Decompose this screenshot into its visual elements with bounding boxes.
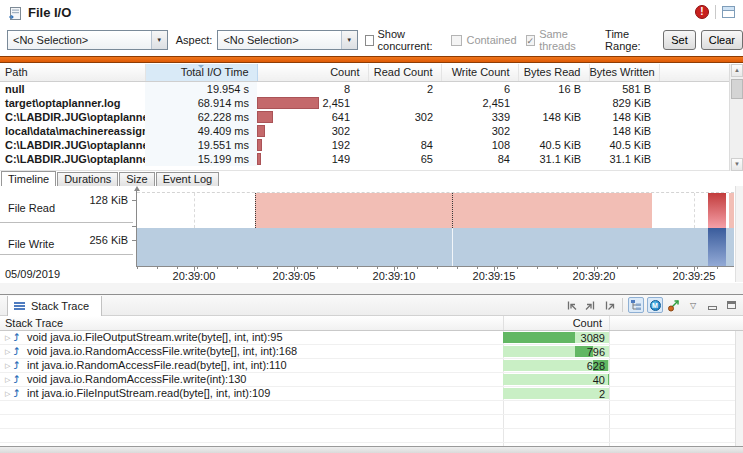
column-header-bytes-read[interactable]: Bytes Read [518, 64, 589, 81]
checkbox-group: Show concurrent:Contained✓Same threads [365, 28, 599, 52]
table-header-row: Path Total I/O Time Count Read Count Wri… [0, 64, 729, 81]
selection-dropdown[interactable]: <No Selection> ▼ [7, 30, 168, 50]
table-row[interactable]: C:\LABDIR.JUG\optaplanner\tar...62.228 m… [0, 110, 729, 124]
stack-list-icon [14, 301, 25, 311]
clear-button[interactable]: Clear [701, 30, 743, 50]
chevron-down-icon[interactable]: ▼ [341, 31, 357, 49]
stack-trace-row[interactable]: ▷⤴void java.io.FileOutputStream.write(by… [0, 331, 743, 345]
scroll-down-icon[interactable]: ▼ [731, 158, 743, 171]
table-row[interactable]: C:\LABDIR.JUG\optaplanner\tar...15.199 m… [0, 152, 729, 166]
stack-trace-row[interactable]: ▷⤴int java.io.RandomAccessFile.read(byte… [0, 359, 743, 373]
file-read-area-segment [729, 193, 734, 228]
scrollbar-thumb[interactable] [731, 79, 743, 99]
titlebar-separator [715, 5, 716, 19]
file-io-table: Path Total I/O Time Count Read Count Wri… [0, 64, 729, 171]
count-bar [257, 153, 261, 165]
x-tick-label: 20:39:15 [473, 270, 516, 282]
column-header-read-count[interactable]: Read Count [368, 64, 441, 81]
time-range-label: Time Range: [605, 28, 658, 52]
expander-icon[interactable]: ▷ [5, 373, 14, 387]
column-separator [609, 316, 610, 330]
checked-box-icon: ✓ [526, 35, 536, 46]
maximize-icon[interactable] [723, 297, 739, 313]
stack-trace-panel: Stack Trace M ▽ [0, 294, 743, 453]
column-header-write-count[interactable]: Write Count [441, 64, 518, 81]
timeline-chart: File Read 128 KiB File Write 256 KiB 05/… [0, 186, 743, 283]
tab-event-log[interactable]: Event Log [156, 172, 220, 186]
count-cell: 3089 [503, 332, 609, 343]
view-tabbar: TimelineDurationsSizeEvent Log [0, 171, 743, 186]
file-write-area-segment [137, 228, 734, 266]
count-bar [257, 111, 273, 123]
expander-icon[interactable]: ▷ [5, 331, 14, 345]
stack-table-header: Stack Trace Count [0, 316, 743, 331]
empty-row [0, 401, 743, 415]
file-read-burst-segment [708, 193, 726, 228]
expander-icon[interactable]: ▷ [5, 359, 14, 373]
table-row[interactable]: local\data\machinereassignment...49.409 … [0, 124, 729, 138]
error-indicator-icon[interactable]: ! [695, 5, 709, 19]
navigate-next-frame-icon[interactable] [582, 297, 598, 313]
chevron-down-icon[interactable]: ▼ [151, 31, 167, 49]
navigation-pointer-icon[interactable] [666, 297, 682, 313]
scroll-up-icon[interactable]: ▲ [731, 64, 743, 77]
column-header-total-io-time[interactable]: Total I/O Time [145, 64, 257, 81]
read-band[interactable] [137, 192, 734, 228]
column-header-count[interactable]: Count [503, 317, 602, 329]
method-label: void java.io.FileOutputStream.write(byte… [27, 331, 283, 343]
y-axis-arrow [134, 186, 140, 191]
x-axis: 20:39:0020:39:0520:39:1020:39:1520:39:20… [137, 266, 734, 283]
checkbox-show-concurrent[interactable]: Show concurrent: [365, 28, 443, 52]
selection-marker [452, 193, 453, 228]
method-profiling-icon[interactable]: M [647, 297, 663, 313]
file-io-icon [8, 6, 23, 21]
tab-durations[interactable]: Durations [57, 172, 118, 186]
stack-trace-row[interactable]: ▷⤴void java.io.RandomAccessFile.write(by… [0, 345, 743, 359]
read-axis-tick-label: 128 KiB [58, 194, 128, 206]
checkbox-contained: Contained [451, 34, 516, 46]
stack-scrollbar[interactable] [735, 331, 743, 446]
tab-size[interactable]: Size [119, 172, 154, 186]
expander-icon[interactable]: ▷ [5, 345, 14, 359]
chart-scrollbar[interactable] [735, 186, 743, 282]
count-bar [503, 332, 575, 343]
view-menu-chevron-icon[interactable]: ▽ [685, 297, 701, 313]
gridline [194, 193, 195, 228]
stack-frame-icon: ⤴ [14, 345, 27, 358]
stack-trace-row[interactable]: ▷⤴void java.io.RandomAccessFile.write(in… [0, 373, 743, 387]
tab-stack-trace[interactable]: Stack Trace [7, 296, 102, 316]
tab-timeline[interactable]: Timeline [1, 171, 56, 186]
stack-trace-toolbar: M ▽ [563, 297, 739, 313]
table-settings-icon[interactable] [722, 6, 735, 18]
count-bar [257, 97, 319, 109]
column-header-stack-trace[interactable]: Stack Trace [5, 317, 63, 329]
unchecked-box-icon[interactable] [365, 35, 374, 46]
status-strip [0, 446, 743, 453]
method-label: void java.io.RandomAccessFile.write(int)… [27, 373, 246, 385]
write-band[interactable] [137, 228, 734, 266]
empty-row [0, 429, 743, 443]
table-row[interactable]: target\optaplanner.log68.914 ms2,4512,45… [0, 96, 729, 110]
table-scrollbar[interactable]: ▲ ▼ [729, 64, 743, 171]
count-bar [257, 139, 262, 151]
navigate-last-frame-icon[interactable] [601, 297, 617, 313]
aspect-dropdown[interactable]: <No Selection> ▼ [217, 30, 357, 50]
minimize-icon[interactable] [704, 297, 720, 313]
column-header-bytes-written[interactable]: Bytes Written [589, 64, 659, 81]
x-tick-label: 20:39:20 [573, 270, 616, 282]
label-divider [0, 254, 133, 255]
stack-trace-row[interactable]: ▷⤴int java.io.FileInputStream.read(byte[… [0, 387, 743, 401]
table-row[interactable]: C:\LABDIR.JUG\optaplanner\tar...19.551 m… [0, 138, 729, 152]
x-tick-label: 20:39:25 [673, 270, 716, 282]
column-header-path[interactable]: Path [0, 64, 145, 81]
navigate-previous-frame-icon[interactable] [563, 297, 579, 313]
table-row[interactable]: null19.954 s82616 B581 B [0, 81, 729, 96]
column-header-count[interactable]: Count [257, 64, 368, 81]
expander-icon[interactable]: ▷ [5, 387, 14, 401]
x-tick-label: 20:39:10 [373, 270, 416, 282]
set-button[interactable]: Set [663, 30, 696, 50]
stack-frame-icon: ⤴ [14, 373, 27, 386]
x-tick-label: 20:39:00 [173, 270, 216, 282]
tree-view-icon[interactable] [628, 297, 644, 313]
write-axis-tick-label: 256 KiB [58, 234, 128, 246]
